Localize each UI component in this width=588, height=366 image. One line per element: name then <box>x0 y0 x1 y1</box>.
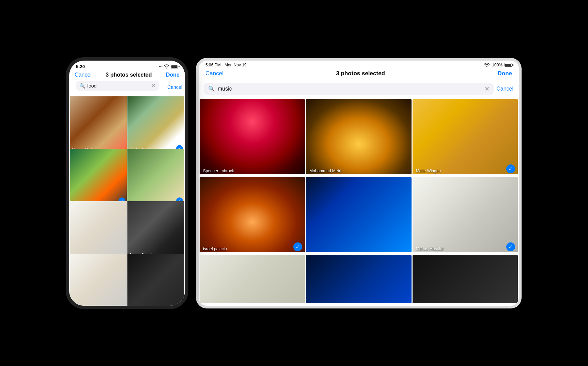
tablet-cell-label-0: Spencer Imbrock <box>203 169 234 173</box>
tablet-cell-check-3: ✓ <box>293 242 302 251</box>
phone-status-bar: 5:20 ··· <box>69 61 185 70</box>
tablet-cell-7[interactable] <box>306 255 411 305</box>
tablet-status-bar: 5:06 PM Mon Nov 19 100% <box>199 61 519 68</box>
tablet-status-right: 100% <box>484 63 512 67</box>
tablet-photo-grid: Spencer Imbrock Mohammad Metri Malte Win… <box>199 98 519 306</box>
tablet-cell-label-5: Marius Masalar <box>416 246 444 251</box>
phone-status-right: ··· <box>159 64 178 69</box>
tablet-date: Mon Nov 19 <box>225 63 247 67</box>
tablet-title: 3 photos selected <box>336 70 385 77</box>
phone-grid-cell-2[interactable]: Rustic Vegan ✓ <box>70 149 127 206</box>
phone-header: Cancel 3 photos selected Done <box>69 70 185 81</box>
phone-grid-cell-5[interactable]: Joseph Gonzalez <box>127 201 184 258</box>
tablet-header: Cancel 3 photos selected Done <box>199 68 519 80</box>
phone-search-input[interactable] <box>87 83 149 89</box>
tablet-cell-5[interactable]: Marius Masalar ✓ <box>413 177 518 254</box>
battery-icon <box>171 65 178 68</box>
tablet-cell-check-5: ✓ <box>506 242 515 251</box>
tablet-done-button[interactable]: Done <box>498 70 512 77</box>
tablet-cell-4[interactable] <box>306 177 411 254</box>
tablet-search-cancel-button[interactable]: Cancel <box>496 86 513 92</box>
tablet-cell-2[interactable]: Malte Wingen ✓ <box>413 99 518 176</box>
tablet-battery-icon <box>505 63 512 67</box>
phone-search-cancel-button[interactable]: Cancel <box>167 84 182 90</box>
phone-time: 5:20 <box>76 64 85 69</box>
wifi-icon <box>164 64 169 68</box>
tablet-cell-8[interactable] <box>413 255 518 305</box>
tablet-battery-percent: 100% <box>492 63 502 67</box>
phone-grid-cell-1[interactable]: Monika Grabkowska ✓ <box>127 96 184 153</box>
phone-title: 3 photos selected <box>106 72 152 78</box>
phone-grid-cell-6[interactable] <box>70 254 127 305</box>
tablet-cell-3[interactable]: israel palacio ✓ <box>200 177 305 254</box>
phone-search-icon: 🔍 <box>79 83 85 89</box>
tablet-cell-label-1: Mohammad Metri <box>309 169 341 173</box>
tablet-search-container: 🔍 ✕ <box>204 83 494 95</box>
phone-done-button[interactable]: Done <box>166 72 180 78</box>
tablet-cancel-button[interactable]: Cancel <box>205 70 223 77</box>
phone-grid-cell-7[interactable] <box>127 254 184 305</box>
tablet-time: 5:06 PM <box>205 63 221 67</box>
tablet-search-clear-button[interactable]: ✕ <box>484 85 490 93</box>
tablet-search-icon: 🔍 <box>208 85 215 92</box>
tablet-cell-check-2: ✓ <box>506 164 515 173</box>
phone-search-clear-button[interactable]: ✕ <box>151 83 156 89</box>
phone-cancel-button[interactable]: Cancel <box>75 72 92 78</box>
tablet-cell-6[interactable] <box>200 255 305 305</box>
phone-grid-cell-4[interactable] <box>70 201 127 258</box>
tablet-cell-label-2: Malte Wingen <box>416 169 441 173</box>
tablet-wifi-icon <box>484 63 490 67</box>
tablet-status-left: 5:06 PM Mon Nov 19 <box>205 63 247 67</box>
phone-device: 5:20 ··· Cancel 3 photos selected Done 🔍… <box>69 61 185 306</box>
tablet-device: 5:06 PM Mon Nov 19 100% Cancel 3 photos … <box>199 61 519 306</box>
phone-photo-grid: Mariana Medvedeva Monika Grabkowska ✓ Ru… <box>69 96 185 306</box>
tablet-cell-0[interactable]: Spencer Imbrock <box>200 99 305 176</box>
phone-search-container: 🔍 ✕ <box>76 81 159 91</box>
tablet-search-row: 🔍 ✕ Cancel <box>199 80 519 98</box>
tablet-cell-label-3: israel palacio <box>203 246 227 251</box>
tablet-search-input[interactable] <box>218 86 482 92</box>
phone-grid-cell-0[interactable]: Mariana Medvedeva <box>70 96 127 153</box>
ellipsis-icon: ··· <box>159 64 163 69</box>
tablet-cell-1[interactable]: Mohammad Metri <box>306 99 411 176</box>
phone-search-row: 🔍 ✕ Cancel <box>72 81 182 94</box>
phone-grid-cell-3[interactable]: Broca Lark ✓ <box>127 149 184 206</box>
